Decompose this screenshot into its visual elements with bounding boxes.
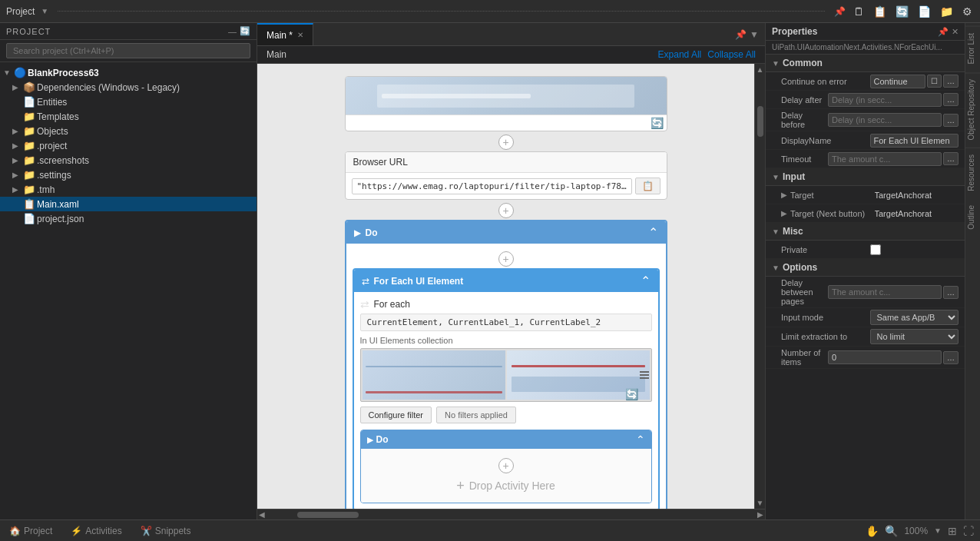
prop-row-delay-after: Delay after … [766,91,965,109]
prop-btn-num-items-more[interactable]: … [943,351,958,364]
screenshot-refresh-inner-btn[interactable]: 🔄 [625,388,638,400]
prop-label-private: Private [781,245,870,254]
props-pin-btn[interactable]: 📌 [938,27,949,37]
tree-item-screenshots[interactable]: ▶ 📁 .screenshots [0,153,257,168]
tree-label-project-json: project.json [37,214,84,224]
plus-btn-drop-top[interactable]: + [498,458,514,473]
project-bottom-label: Project [24,526,52,536]
props-section-common-header[interactable]: ▼ Common [766,55,965,72]
side-tool-outline[interactable]: Outline [965,199,980,236]
project-dropdown[interactable]: ▼ [41,7,48,15]
tree-item-templates[interactable]: 📁 Templates [0,109,257,124]
outer-do-collapse[interactable]: ⌃ [648,225,658,240]
inner-do-icon: ▶ [367,435,373,445]
tree-label-main-xaml: Main.xaml [37,199,79,210]
canvas-name: Main [267,49,286,60]
prop-input-delay-pages[interactable] [828,285,942,299]
url-browse-btn[interactable]: 📋 [635,178,661,194]
prop-input-continue[interactable]: Continue [870,75,926,88]
tree-item-tmh[interactable]: ▶ 📁 .tmh [0,182,257,197]
tree-item-project-json[interactable]: 📄 project.json [0,211,257,226]
settings-btn[interactable]: ⚙ [961,4,974,19]
tab-close-btn[interactable]: ✕ [297,31,303,39]
zoom-level: 100% [904,526,928,536]
scroll-down-btn[interactable]: ▼ [755,497,765,509]
tree-item-blank-process[interactable]: ▼ 🔵 BlankProcess63 [0,65,257,80]
tab-main[interactable]: Main * ✕ [257,23,313,45]
prop-select-limit-extraction[interactable]: No limit Number of items [870,329,959,344]
inner-do-collapse[interactable]: ⌃ [636,433,645,446]
props-section-input-header[interactable]: ▼ Input [766,168,965,186]
outer-do-label: Do [366,227,644,238]
pin-icon[interactable]: 📌 [834,6,846,17]
props-section-options-header[interactable]: ▼ Options [766,259,965,277]
prop-checkbox-private[interactable] [870,244,881,255]
tree-item-entities[interactable]: 📄 Entities [0,95,257,109]
refresh-btn[interactable]: 🔄 [894,4,910,19]
folder-btn[interactable]: 📁 [939,4,955,19]
tree-item-main-xaml[interactable]: 📋 Main.xaml [0,197,257,211]
prop-select-input-mode[interactable]: Same as App/B Simulate Hardware Events [870,310,959,325]
input-section-title: Input [783,171,805,182]
left-panel-title: PROJECT [6,27,51,36]
drop-activity-zone[interactable]: + Drop Activity Here [456,478,555,494]
refresh-project-btn[interactable]: 🔄 [240,26,250,36]
tree-item-settings[interactable]: ▶ 📁 .settings [0,168,257,182]
tab-dropdown-btn[interactable]: ▼ [750,29,759,40]
side-tool-error-list[interactable]: Error List [965,26,980,71]
plus-btn-top[interactable]: + [498,134,514,150]
inner-do-container: ▶ Do ⌃ + [360,430,652,503]
props-close-btn[interactable]: ✕ [952,27,958,37]
new-sequence-btn[interactable]: 🗒 [852,4,866,19]
prop-row-continue-on-error: Continue on error Continue ☐ … [766,72,965,91]
prop-label-input-mode: Input mode [781,313,870,322]
canvas-search-btn[interactable]: 🔍 [885,525,898,537]
prop-input-num-items[interactable] [828,350,942,364]
prop-row-target: ▶ Target TargetAnchorat [766,186,965,204]
bottom-tab-project[interactable]: 🏠 Project [0,520,61,541]
for-each-collapse[interactable]: ⌃ [641,274,651,288]
copy-btn[interactable]: 📄 [916,4,932,19]
collapse-all-canvas-btn[interactable]: Collapse All [707,49,756,60]
tree-item-project-dir[interactable]: ▶ 📁 .project [0,138,257,153]
screenshot-refresh-btn[interactable]: 🔄 [651,117,664,129]
fullscreen-btn[interactable]: ⛶ [963,525,974,537]
prop-input-delay-before[interactable] [828,113,942,127]
url-display: "https://www.emag.ro/laptopuri/filter/ti… [352,178,632,194]
props-section-misc-header[interactable]: ▼ Misc [766,223,965,241]
collapse-all-btn[interactable]: — [228,26,237,36]
configure-filter-btn[interactable]: Configure filter [360,407,432,423]
fit-btn[interactable]: ⊞ [948,525,957,537]
prop-row-input-mode: Input mode Same as App/B Simulate Hardwa… [766,308,965,327]
prop-input-timeout[interactable] [828,152,942,166]
prop-row-delay-before: Delay before … [766,109,965,131]
plus-btn-inner-top[interactable]: + [498,251,514,267]
scroll-left-btn[interactable]: ◀ [257,510,267,519]
snippets-bottom-icon: ✂️ [141,526,152,536]
search-input[interactable] [6,43,250,58]
scroll-up-btn[interactable]: ▲ [755,64,765,75]
bottom-tab-snippets[interactable]: ✂️ Snippets [131,520,200,541]
tree-item-dependencies[interactable]: ▶ 📦 Dependencies (Windows - Legacy) [0,80,257,95]
prop-btn-timeout-more[interactable]: … [943,152,958,165]
prop-btn-continue-toggle[interactable]: ☐ [927,75,942,88]
hand-tool-btn[interactable]: ✋ [866,525,879,537]
open-file-btn[interactable]: 📋 [872,4,888,19]
outer-do-icon: ▶ [354,227,361,238]
tree-label-objects: Objects [37,126,68,137]
scroll-right-btn[interactable]: ▶ [756,510,765,519]
plus-btn-mid[interactable]: + [498,203,514,218]
zoom-dropdown-btn[interactable]: ▼ [934,526,942,535]
bottom-tab-activities[interactable]: ⚡ Activities [61,520,131,541]
prop-btn-delay-pages-more[interactable]: … [943,286,958,299]
tree-item-objects[interactable]: ▶ 📁 Objects [0,124,257,138]
tree-label-project-dir: .project [37,141,67,151]
side-tool-object-repository[interactable]: Object Repository [965,72,980,146]
prop-btn-continue-more[interactable]: … [943,75,958,88]
side-tool-resources[interactable]: Resources [965,148,980,197]
prop-btn-delay-after-more[interactable]: … [943,93,958,106]
expand-all-btn[interactable]: Expand All [658,49,702,60]
prop-btn-delay-before-more[interactable]: … [943,114,958,127]
pin-tab-btn[interactable]: 📌 [735,29,747,40]
prop-input-delay-after[interactable] [828,93,942,107]
